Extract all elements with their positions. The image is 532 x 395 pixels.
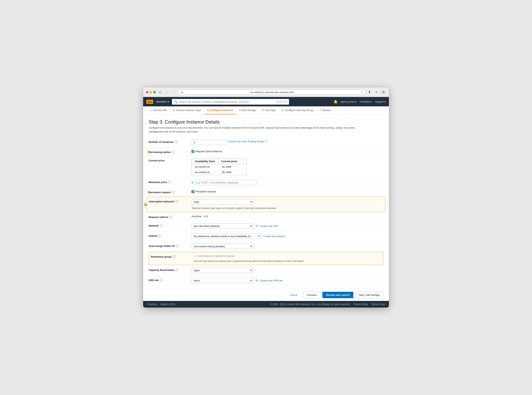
review-and-launch-button[interactable]: Review and Launch [322,292,353,298]
spot-instances-label: Request Spot instances [195,150,222,153]
user-menu[interactable]: glenn.jocher ▾ [341,100,357,103]
iam-role-select[interactable]: None [192,278,254,283]
notifications-icon[interactable]: 🔔 [333,99,338,104]
subnet-select[interactable]: No preference (default subnet in any Ava… [192,234,262,239]
info-icon-persistent[interactable]: i [172,191,175,194]
label-auto-assign-ip: Auto-assign Public IP i [149,244,192,247]
aws-footer: Feedback English (US) ▾ © 2008 - 2021, A… [143,301,389,307]
network-select[interactable]: vpc-c9c144a3 (default) [192,224,254,229]
info-icon-max-price[interactable]: i [168,181,171,184]
auto-assign-ip-select[interactable]: Use subnet setting (Enable) [192,244,254,249]
row-placement-group: Placement group i Add instance to placem… [149,252,383,265]
close-button[interactable] [146,91,148,93]
label-text-iam: IAM role [149,279,159,282]
tab-choose-instance-type[interactable]: 2. Choose Instance Type [170,106,204,114]
launch-into-asg-link[interactable]: Launch into Auto Scaling Group i [228,140,268,143]
feedback-link[interactable]: Feedback [147,303,157,306]
support-chevron-icon: ▾ [384,100,386,103]
page-title: Step 3: Configure Instance Details [149,119,383,125]
reload-icon[interactable]: ↻ [361,91,363,93]
price-row-2: eu-central-1b $1.1469 [192,170,246,175]
info-icon-instances[interactable]: i [175,140,178,143]
tab-add-tags[interactable]: 5. Add Tags [259,106,279,114]
aws-top-nav: aws Services ▾ 🔍 [Option+S] 🔔 glenn.joch… [143,97,389,106]
search-bar[interactable]: 🔍 [Option+S] [172,99,289,104]
info-icon-network[interactable]: i [160,224,163,227]
next-button[interactable]: Next: Add Storage [355,292,383,298]
control-current-price: Availability Zone Current price eu-centr… [192,159,383,175]
label-text-instances: Number of instances [149,141,174,143]
tabs-button[interactable]: ⧉ [381,89,386,95]
row-number-of-instances: Number of instances i Launch into Auto S… [149,137,383,148]
persistent-checkbox[interactable] [192,190,194,193]
create-vpc-link[interactable]: Create new VPC [260,225,279,228]
label-maximum-price: Maximum price i [149,180,192,184]
info-icon-asg[interactable]: i [265,140,268,143]
spot-instances-checkbox-wrap[interactable]: Request Spot instances [192,150,222,153]
capacity-reservation-select[interactable]: Open [192,268,254,273]
spot-instances-checkbox[interactable] [192,150,194,153]
create-subnet-link[interactable]: Create new subnet [263,235,285,238]
previous-button[interactable]: Previous [303,292,321,298]
forward-button[interactable]: › [172,89,177,95]
services-menu-button[interactable]: Services ▾ [156,100,169,103]
tab-review[interactable]: 7. Review [316,106,334,114]
support-menu[interactable]: Support ▾ [375,100,386,103]
back-button[interactable]: ‹ [164,89,170,95]
tab-configure-instance[interactable]: 3. Configure Instance [204,106,236,114]
row-auto-assign-ip: Auto-assign Public IP i Use subnet setti… [149,241,383,252]
label-network: Network i [149,224,192,227]
info-icon-iam[interactable]: i [160,279,163,282]
cancel-button[interactable]: Cancel [286,292,301,298]
minimize-button[interactable] [150,91,152,93]
placement-group-checkbox [194,255,196,257]
aws-logo: aws [146,100,153,104]
language-selector[interactable]: English (US) ▾ [161,303,176,306]
wizard-tabs: 1. Choose AMI 2. Choose Instance Type 3.… [143,106,389,115]
control-network: vpc-c9c144a3 (default) ↻ Create new VPC [192,224,383,229]
label-text-subnet: Subnet [149,234,157,237]
info-icon-capacity[interactable]: i [175,268,178,271]
tab-add-storage[interactable]: 4. Add Storage [236,106,259,114]
terms-of-use-link[interactable]: Terms of Use [371,303,385,306]
info-icon-placement[interactable]: i [172,255,175,258]
iam-wrap: None ↻ Create new IAM role [192,278,283,283]
info-icon-auto-ip[interactable]: i [176,244,179,247]
refresh-vpc-icon[interactable]: ↻ [255,224,258,228]
control-maximum-price: $ [192,180,383,185]
control-iam-role: None ↻ Create new IAM role [192,278,383,283]
new-tab-button[interactable]: + [374,89,379,95]
max-price-input[interactable] [194,180,256,185]
info-icon-purchasing[interactable]: i [172,150,175,154]
search-input[interactable] [179,100,274,103]
copyright-text: © 2008 - 2021, Amazon Web Services, Inc.… [270,303,350,306]
edit-valid-to-link[interactable]: Edit [204,215,208,218]
col-header-az: Availability Zone [192,159,218,164]
row-request-valid-to: Request valid to i Any time Edit [149,213,383,221]
info-icon-interruption[interactable]: i [175,200,178,203]
sidebar-toggle-icon[interactable]: ⊡ [157,89,163,95]
control-subnet: No preference (default subnet in any Ava… [192,234,383,239]
info-icon-subnet[interactable]: i [158,234,161,237]
region-menu[interactable]: Frankfurt ▾ [360,100,372,103]
refresh-iam-icon[interactable]: ↻ [255,279,258,282]
tab-configure-security-group[interactable]: 6. Configure Security Group [279,106,316,114]
search-shortcut: [Option+S] [276,100,287,103]
row-persistent-request: ➤ Persistent request i Persistent reques… [149,188,383,196]
instances-count-input[interactable] [192,140,227,145]
info-icon-valid-to[interactable]: i [169,215,172,219]
maximize-button[interactable] [153,91,156,93]
tab-choose-ami[interactable]: 1. Choose AMI [147,106,170,114]
aws-logo-text: aws [146,100,153,104]
control-auto-assign-ip: Use subnet setting (Enable) [192,244,383,249]
create-iam-link[interactable]: Create new IAM role [260,279,283,282]
az-1: eu-central-1a [192,164,219,169]
share-button[interactable]: ⬆ [367,89,372,95]
traffic-lights [146,91,156,93]
interruption-behavior-select[interactable]: Stop Terminate Hibernate [192,199,254,204]
control-number-of-instances: Launch into Auto Scaling Group i [192,140,383,145]
row-current-price: Current price Availability Zone Current … [149,156,383,178]
address-bar[interactable]: 🔒 eu-central-1.console.aws.amazon.com ↻ [178,90,365,95]
privacy-policy-link[interactable]: Privacy Policy [354,303,368,306]
persistent-checkbox-wrap[interactable]: Persistent request [192,190,216,193]
